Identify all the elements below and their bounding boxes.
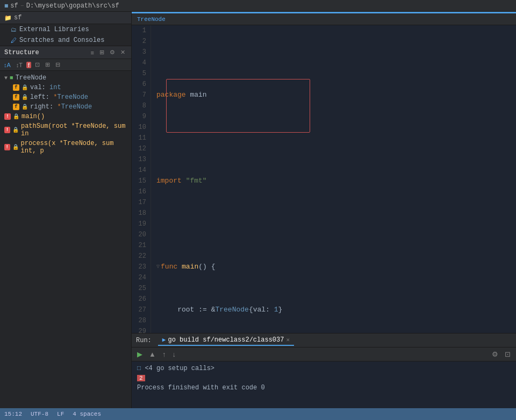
bottom-panel: Run: ▶ go build sf/newclass2/class037 ✕ …: [132, 333, 516, 408]
project-icon: ◼: [4, 2, 8, 10]
sidebar-item-external-libraries[interactable]: 🗂 External Libraries: [0, 24, 131, 35]
folder-icon: 📁: [4, 15, 12, 21]
pathsum-func-label: pathSum(root *TreeNode, sum in: [21, 122, 127, 137]
sort-alpha-btn[interactable]: ↕A: [2, 61, 12, 69]
code-line-3: import "fmt": [156, 176, 511, 186]
code-line-4: [156, 219, 511, 229]
project-path: D:\mysetup\gopath\src\sf: [26, 2, 119, 10]
run-toolbar: ▶ ▲ ↑ ↓ ⚙ ⊡: [132, 347, 516, 361]
status-bar: 15:12 UTF-8 LF 4 spaces: [0, 408, 516, 420]
err-badge-process: !: [4, 144, 10, 150]
sidebar-item-scratches[interactable]: 🖊 Scratches and Consoles: [0, 35, 131, 46]
run-output-line: 2: [137, 373, 511, 383]
struct-settings-btn[interactable]: ⚙: [108, 48, 117, 56]
struct-sort-btn[interactable]: ≡: [89, 48, 96, 56]
tree-child-right[interactable]: f 🔒 right: *TreeNode: [0, 102, 131, 112]
run-settings-btn[interactable]: ⚙: [490, 349, 500, 359]
run-scroll-up-btn[interactable]: ↑: [160, 349, 168, 359]
code-line-6: root := &TreeNode{val: 1}: [156, 305, 511, 315]
run-tab-active[interactable]: ▶ go build sf/newclass2/class037 ✕: [158, 335, 294, 346]
breadcrumb-treenode: TreeNode: [137, 16, 166, 23]
tree-node-root[interactable]: ▼ ■ TreeNode: [0, 73, 131, 83]
filter-methods-btn[interactable]: ⊡: [33, 61, 41, 69]
run-label: Run:: [136, 337, 152, 344]
tree-func-process[interactable]: ! 🔒 process(x *TreeNode, sum int, p: [0, 139, 131, 156]
sidebar: 📁 sf 🗂 External Libraries 🖊 Scratches an…: [0, 12, 132, 408]
structure-title: Structure: [4, 49, 39, 56]
run-prompt-text: <4 go setup calls>: [145, 365, 214, 372]
code-line-2: [156, 133, 511, 143]
run-tab-close[interactable]: ✕: [286, 336, 290, 343]
library-icon: 🗂: [11, 26, 17, 33]
structure-panel: Structure ≡ ⊞ ⚙ ✕ ↕A ↕T f ⊡ ⊞ ⊟ ▼: [0, 46, 131, 408]
output-number: 2: [137, 375, 145, 381]
external-libraries-label: External Libraries: [19, 26, 89, 33]
field-badge-right: f: [13, 104, 19, 110]
lock-icon-val: 🔒: [22, 84, 28, 91]
run-finish-line: Process finished with exit code 0: [137, 383, 511, 393]
field-badge-left: f: [13, 94, 19, 100]
code-area[interactable]: 1 2 3 4 5 6 7 8 9 10 11 12 13 14 15 16 1…: [132, 25, 516, 333]
structure-header: Structure ≡ ⊞ ⚙ ✕: [0, 46, 131, 59]
collapse-all-btn[interactable]: ⊟: [54, 61, 62, 69]
lock-icon-right: 🔒: [22, 104, 28, 110]
structure-tree: ▼ ■ TreeNode f 🔒 val: int f 🔒 left: *Tre…: [0, 71, 131, 408]
scratches-icon: 🖊: [11, 37, 17, 44]
code-line-5: ▽ func main() {: [156, 262, 511, 272]
structure-toolbar: ↕A ↕T f ⊡ ⊞ ⊟: [0, 59, 131, 71]
main-layout: 📁 sf 🗂 External Libraries 🖊 Scratches an…: [0, 12, 516, 408]
lock-icon-left: 🔒: [22, 94, 28, 100]
debug-highlight-box: [166, 79, 310, 133]
tree-func-pathsum[interactable]: ! 🔒 pathSum(root *TreeNode, sum in: [0, 121, 131, 139]
run-tab-label: go build sf/newclass2/class037: [168, 336, 284, 344]
status-encoding: UTF-8: [31, 411, 48, 417]
err-badge-pathsum: !: [4, 127, 10, 133]
struct-expand-btn[interactable]: ⊞: [98, 48, 106, 56]
run-tab-bar: Run: ▶ go build sf/newclass2/class037 ✕: [132, 334, 516, 347]
run-output: □ <4 go setup calls> 2 Process finished …: [132, 361, 516, 408]
run-finish-text: Process finished with exit code 0: [137, 384, 265, 392]
left-field-label: left: *TreeNode: [30, 93, 88, 101]
tree-child-val[interactable]: f 🔒 val: int: [0, 83, 131, 92]
breadcrumb-bar: TreeNode: [132, 13, 516, 25]
run-play-btn[interactable]: ▶: [135, 349, 145, 359]
code-content[interactable]: package main import "fmt" ▽ func main() …: [151, 25, 516, 333]
project-tree-header: 📁 sf: [0, 12, 131, 24]
scratches-label: Scratches and Consoles: [19, 37, 104, 44]
lock-icon-main: 🔒: [13, 113, 19, 120]
treenode-label: TreeNode: [16, 74, 47, 82]
project-label: sf: [10, 2, 18, 10]
err-badge-main: !: [4, 113, 11, 120]
expand-all-btn[interactable]: ⊞: [44, 61, 52, 69]
tree-func-main[interactable]: ! 🔒 main(): [0, 112, 131, 121]
top-bar: ◼ sf – D:\mysetup\gopath\src\sf: [0, 0, 516, 12]
val-field-label: val: int: [30, 84, 61, 91]
struct-icon: ■: [10, 75, 13, 81]
tree-arrow-treenode: ▼: [4, 75, 8, 81]
fold-5[interactable]: ▽: [156, 262, 160, 272]
run-tab-icon: ▶: [162, 336, 166, 343]
struct-close-btn[interactable]: ✕: [119, 48, 127, 56]
code-line-1: package main: [156, 90, 511, 100]
line-numbers: 1 2 3 4 5 6 7 8 9 10 11 12 13 14 15 16 1…: [132, 25, 151, 333]
lock-icon-process: 🔒: [12, 144, 19, 150]
status-position: 15:12: [4, 411, 22, 417]
run-scroll-down-btn[interactable]: ↓: [170, 349, 178, 359]
run-stop-btn[interactable]: ▲: [147, 349, 158, 359]
field-badge-val: f: [13, 84, 19, 91]
code-editor: TreeNode 1 2 3 4 5 6 7 8 9 10 11 12 13 1…: [132, 12, 516, 408]
sort-type-btn[interactable]: ↕T: [15, 61, 24, 69]
filter-fields-btn[interactable]: f: [26, 62, 31, 68]
right-field-label: right: *TreeNode: [30, 103, 92, 111]
run-prompt-line: □ <4 go setup calls>: [137, 364, 511, 373]
status-line-ending: LF: [57, 411, 64, 417]
project-label-sidebar: sf: [14, 14, 22, 21]
process-func-label: process(x *TreeNode, sum int, p: [21, 140, 127, 155]
run-maximize-btn[interactable]: ⊡: [503, 349, 513, 359]
tree-child-left[interactable]: f 🔒 left: *TreeNode: [0, 92, 131, 102]
main-func-label: main(): [22, 113, 45, 120]
status-indent: 4 spaces: [73, 411, 101, 417]
lock-icon-pathsum: 🔒: [12, 127, 19, 133]
